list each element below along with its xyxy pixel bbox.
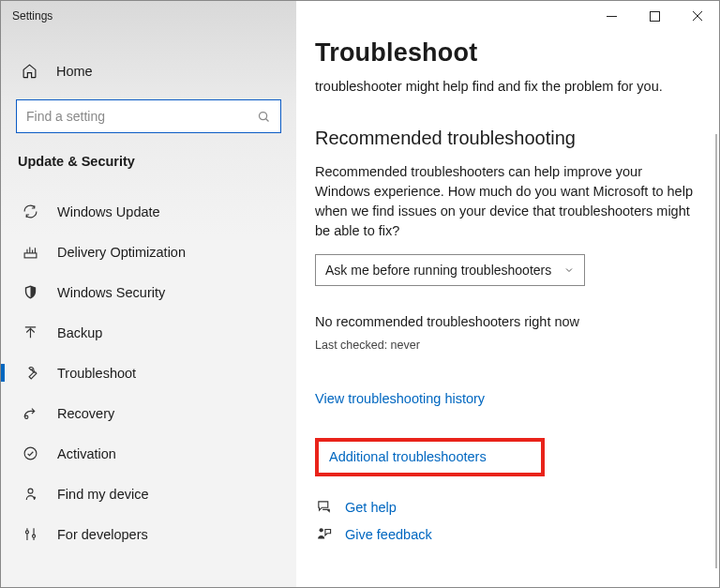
- help-links: Get help Give feedback: [315, 499, 693, 542]
- sidebar-item-troubleshoot[interactable]: Troubleshoot: [1, 353, 296, 393]
- sidebar-item-label: Troubleshoot: [57, 366, 136, 381]
- main-pane: Troubleshoot troubleshooter might help f…: [296, 1, 719, 587]
- link-troubleshooting-history[interactable]: View troubleshooting history: [315, 391, 693, 406]
- sidebar-item-delivery-optimization[interactable]: Delivery Optimization: [1, 232, 296, 272]
- search-input[interactable]: [16, 99, 281, 133]
- content: Troubleshoot troubleshooter might help f…: [296, 1, 719, 587]
- status-text: No recommended troubleshooters right now: [315, 314, 693, 329]
- svg-rect-8: [650, 11, 659, 21]
- recovery-icon: [22, 405, 38, 421]
- home-label: Home: [56, 64, 93, 79]
- locate-icon: [22, 486, 38, 502]
- troubleshooting-preference-dropdown[interactable]: Ask me before running troubleshooters: [315, 254, 585, 286]
- chat-help-icon: [315, 499, 332, 515]
- link-additional-troubleshooters[interactable]: Additional troubleshooters: [329, 449, 487, 464]
- sidebar-item-find-my-device[interactable]: Find my device: [1, 474, 296, 514]
- section-heading: Recommended troubleshooting: [315, 128, 693, 149]
- sync-icon: [22, 204, 38, 219]
- search-icon: [257, 110, 271, 124]
- section-title: Update & Security: [1, 150, 296, 184]
- scrollbar[interactable]: [715, 134, 717, 568]
- sidebar-item-windows-security[interactable]: Windows Security: [1, 272, 296, 312]
- sidebar-item-activation[interactable]: Activation: [1, 433, 296, 474]
- chevron-down-icon: [563, 264, 575, 276]
- shield-icon: [22, 284, 38, 300]
- home-button[interactable]: Home: [1, 52, 296, 90]
- sidebar-item-for-developers[interactable]: For developers: [1, 514, 296, 554]
- svg-point-5: [34, 497, 35, 498]
- svg-point-2: [24, 415, 27, 418]
- close-button[interactable]: [676, 1, 719, 31]
- section-body: Recommended troubleshooters can help imp…: [315, 162, 693, 241]
- search-field[interactable]: [26, 109, 257, 124]
- sidebar-item-label: Delivery Optimization: [57, 245, 186, 260]
- sidebar-item-label: Windows Security: [57, 285, 165, 300]
- sidebar-item-label: For developers: [57, 527, 148, 542]
- wrench-icon: [22, 365, 38, 381]
- sidebar-item-windows-update[interactable]: Windows Update: [1, 191, 296, 232]
- link-get-help[interactable]: Get help: [315, 499, 693, 515]
- intro-text: troubleshooter might help find and fix t…: [315, 77, 693, 96]
- arrow-up-icon: [22, 324, 38, 340]
- sidebar-item-label: Find my device: [57, 487, 149, 502]
- check-circle-icon: [22, 445, 38, 461]
- link-label: Give feedback: [345, 527, 432, 542]
- feedback-icon: [315, 526, 332, 542]
- sidebar-item-label: Recovery: [57, 406, 114, 421]
- sidebar-item-label: Activation: [57, 446, 116, 461]
- nav-list: Windows Update Delivery Optimization Win…: [1, 184, 296, 554]
- sidebar-item-label: Windows Update: [57, 204, 160, 219]
- svg-point-3: [24, 447, 37, 460]
- window-title: Settings: [12, 9, 52, 23]
- sidebar: Settings Home Update & Security Windows …: [1, 1, 296, 587]
- last-checked-text: Last checked: never: [315, 339, 693, 352]
- svg-point-6: [25, 531, 28, 534]
- sidebar-item-recovery[interactable]: Recovery: [1, 393, 296, 433]
- window-controls: [590, 1, 719, 31]
- sidebar-item-label: Backup: [57, 325, 102, 340]
- sidebar-item-backup[interactable]: Backup: [1, 312, 296, 353]
- svg-point-9: [319, 528, 322, 532]
- maximize-button[interactable]: [633, 1, 676, 31]
- minimize-button[interactable]: [590, 1, 633, 31]
- download-box-icon: [22, 244, 38, 260]
- page-title: Troubleshoot: [315, 38, 693, 68]
- highlight-box: Additional troubleshooters: [315, 438, 545, 476]
- svg-rect-1: [24, 253, 37, 258]
- home-icon: [22, 63, 38, 79]
- svg-point-4: [28, 489, 33, 493]
- link-label: Get help: [345, 500, 397, 515]
- titlebar: Settings: [1, 1, 296, 31]
- sliders-icon: [22, 526, 38, 542]
- link-give-feedback[interactable]: Give feedback: [315, 526, 693, 542]
- svg-point-7: [32, 535, 35, 537]
- svg-point-0: [260, 112, 267, 119]
- dropdown-value: Ask me before running troubleshooters: [325, 263, 551, 278]
